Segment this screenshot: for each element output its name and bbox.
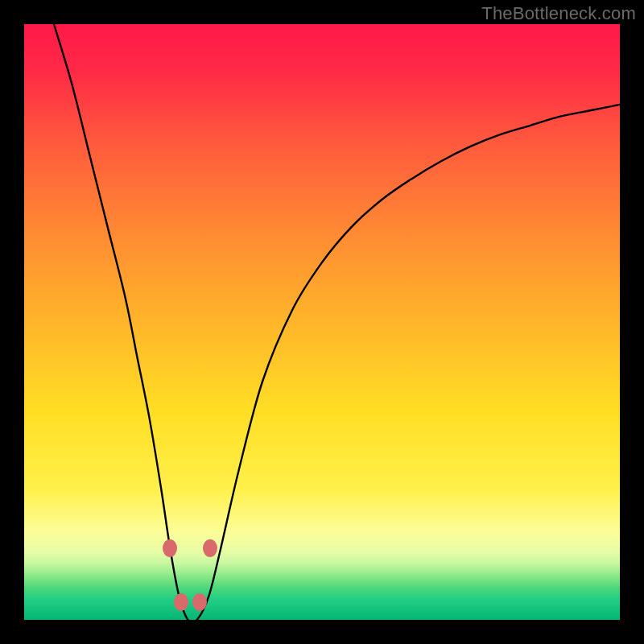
bottleneck-curve	[24, 24, 620, 620]
watermark-text: TheBottleneck.com	[481, 3, 636, 24]
chart-frame: TheBottleneck.com	[0, 0, 644, 644]
marker-dot	[203, 539, 217, 557]
marker-dot	[192, 593, 207, 611]
plot-area	[24, 24, 620, 620]
marker-dot	[174, 593, 188, 611]
marker-dot	[163, 539, 177, 557]
